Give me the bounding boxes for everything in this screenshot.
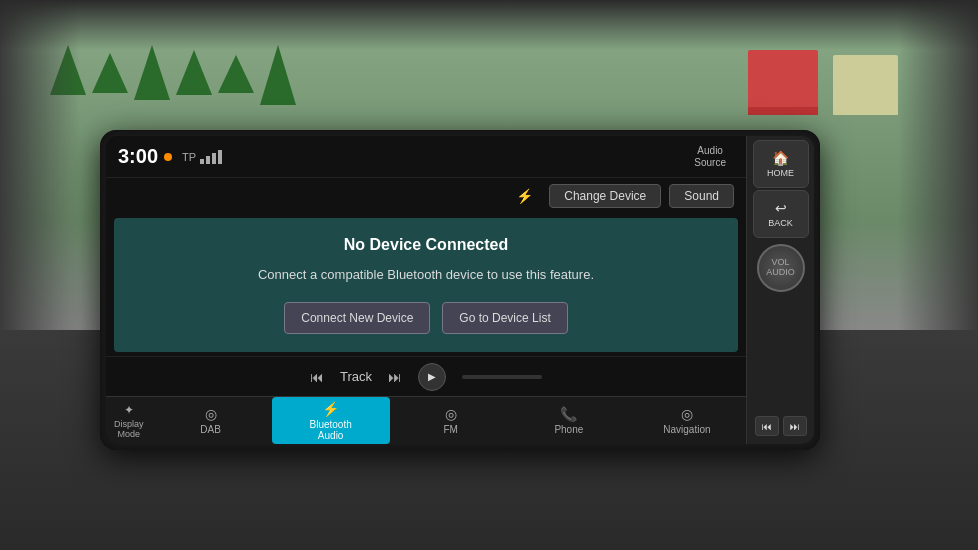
screen-bezel: 3:00 TP Audio Source ⚡ Change Device Sou… <box>100 130 820 450</box>
dab-label: DAB <box>200 424 221 435</box>
tab-fm[interactable]: ◎ FM <box>392 397 510 444</box>
home-icon: 🏠 <box>772 150 789 166</box>
building-yellow <box>833 55 898 115</box>
tp-label: TP <box>182 151 196 163</box>
tab-dab[interactable]: ◎ DAB <box>152 397 270 444</box>
bluetooth-icon: ⚡ <box>516 188 533 204</box>
bluetooth-audio-label: Bluetooth Audio <box>310 419 352 441</box>
back-button[interactable]: ↩ BACK <box>753 190 809 238</box>
display-mode-label: Display Mode <box>114 419 144 439</box>
trees <box>50 45 296 105</box>
track-label: Track <box>340 369 372 384</box>
building-red <box>748 50 818 115</box>
no-device-description: Connect a compatible Bluetooth device to… <box>258 266 594 284</box>
no-device-title: No Device Connected <box>344 236 508 254</box>
skip-forward-icon: ⏭ <box>790 421 800 432</box>
screen: 3:00 TP Audio Source ⚡ Change Device Sou… <box>106 136 814 444</box>
play-icon: ▶ <box>428 371 436 382</box>
previous-track-button[interactable]: ⏮ <box>310 369 324 385</box>
tab-phone[interactable]: 📞 Phone <box>510 397 628 444</box>
alert-dot <box>164 153 172 161</box>
back-label: BACK <box>768 218 793 228</box>
device-buttons: Connect New Device Go to Device List <box>284 302 567 334</box>
time-display: 3:00 <box>118 145 158 168</box>
skip-forward-button[interactable]: ⏭ <box>783 416 807 436</box>
go-to-device-list-button[interactable]: Go to Device List <box>442 302 567 334</box>
phone-icon: 📞 <box>560 406 577 422</box>
change-device-button[interactable]: Change Device <box>549 184 661 208</box>
dab-icon: ◎ <box>205 406 217 422</box>
top-bar: 3:00 TP Audio Source <box>106 136 746 178</box>
windshield-top <box>0 0 978 50</box>
center-area: No Device Connected Connect a compatible… <box>114 218 738 352</box>
bluetooth-audio-icon: ⚡ <box>322 401 339 417</box>
next-track-button[interactable]: ⏭ <box>388 369 402 385</box>
fm-icon: ◎ <box>445 406 457 422</box>
back-icon: ↩ <box>775 200 787 216</box>
skip-back-icon: ⏮ <box>762 421 772 432</box>
sound-button[interactable]: Sound <box>669 184 734 208</box>
connect-new-device-button[interactable]: Connect New Device <box>284 302 430 334</box>
home-label: HOME <box>767 168 794 178</box>
display-mode-icon: ✦ <box>124 403 134 417</box>
progress-bar <box>462 375 542 379</box>
main-content: 3:00 TP Audio Source ⚡ Change Device Sou… <box>106 136 746 444</box>
home-button[interactable]: 🏠 HOME <box>753 140 809 188</box>
right-sidebar: 🏠 HOME ↩ BACK VOL AUDIO ⏮ ⏭ <box>746 136 814 444</box>
phone-label: Phone <box>554 424 583 435</box>
play-button[interactable]: ▶ <box>418 363 446 391</box>
skip-controls: ⏮ ⏭ <box>755 416 807 440</box>
nav-tabs: ✦ Display Mode ◎ DAB ⚡ Bluetooth Audio ◎… <box>106 396 746 444</box>
tab-navigation[interactable]: ◎ Navigation <box>628 397 746 444</box>
track-bar: ⏮ Track ⏭ ▶ <box>106 356 746 396</box>
skip-back-button[interactable]: ⏮ <box>755 416 779 436</box>
tab-display-mode[interactable]: ✦ Display Mode <box>106 403 152 439</box>
navigation-icon: ◎ <box>681 406 693 422</box>
volume-knob[interactable]: VOL AUDIO <box>757 244 805 292</box>
navigation-label: Navigation <box>663 424 710 435</box>
fm-label: FM <box>444 424 458 435</box>
signal-bars <box>200 150 222 164</box>
tab-bluetooth-audio[interactable]: ⚡ Bluetooth Audio <box>272 397 390 444</box>
action-bar: ⚡ Change Device Sound <box>106 178 746 214</box>
audio-source-label: Audio Source <box>694 145 726 169</box>
vol-label: VOL AUDIO <box>766 258 795 278</box>
